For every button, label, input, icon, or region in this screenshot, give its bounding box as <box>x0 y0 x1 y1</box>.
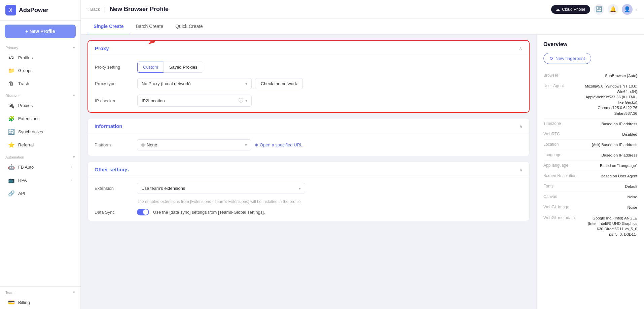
sidebar-item-extensions[interactable]: 🧩 Extensions <box>3 112 78 125</box>
form-content: Proxy ∧ Proxy setting Custom Saved Proxi… <box>81 35 536 227</box>
ip-checker-value: IP2Location <box>142 98 165 103</box>
sidebar-item-synchronizer[interactable]: 🔄 Synchronizer <box>3 126 78 138</box>
sidebar-item-trash[interactable]: 🗑 Trash <box>3 77 78 90</box>
api-icon: 🔗 <box>8 190 15 197</box>
sidebar-item-referral[interactable]: ⭐ Referral <box>3 139 78 151</box>
cloud-phone-button[interactable]: ☁ Cloud Phone <box>551 5 590 14</box>
app-name: AdsPower <box>19 7 48 14</box>
overview-row-label: Timezone <box>543 121 584 127</box>
proxy-type-dropdown-icon: ▾ <box>245 81 247 86</box>
rpa-arrow: › <box>71 178 72 182</box>
open-url-label: Open a specified URL <box>260 142 302 147</box>
other-settings-header[interactable]: Other settings ∧ <box>88 162 529 177</box>
overview-panel: Overview ⟳ New fingerprint BrowserSunBro… <box>536 35 644 309</box>
trash-icon: 🗑 <box>8 80 15 87</box>
other-settings-title: Other settings <box>95 167 129 172</box>
plus-icon: ⊕ <box>255 142 258 147</box>
extension-hint: The enabled extensions from [Extensions … <box>95 199 523 204</box>
proxy-setting-group: Custom Saved Proxies <box>137 62 203 73</box>
avatar-icon[interactable]: 👤 <box>622 4 633 15</box>
sidebar-logo: X AdsPower <box>0 0 80 21</box>
extension-select[interactable]: Use team's extensions ▾ <box>137 183 305 194</box>
overview-row-label: Fonts <box>543 184 584 189</box>
proxy-setting-row: Proxy setting Custom Saved Proxies <box>95 62 522 73</box>
proxy-section-header[interactable]: Proxy ∧ <box>88 41 529 56</box>
sidebar-bottom: Team ▾ 💳 Billing <box>0 286 80 309</box>
referral-icon: ⭐ <box>8 142 15 148</box>
sidebar-item-groups[interactable]: 📁 Groups <box>3 64 78 77</box>
bell-icon[interactable]: 🔔 <box>608 4 618 15</box>
new-fingerprint-button[interactable]: ⟳ New fingerprint <box>543 53 591 64</box>
proxy-section: Proxy ∧ Proxy setting Custom Saved Proxi… <box>87 40 530 113</box>
overview-row-value: [Ask] Based on IP address <box>592 142 637 147</box>
ip-checker-dropdown-icon: ▾ <box>245 98 247 103</box>
fb-auto-arrow: › <box>71 165 72 169</box>
overview-row-value: Mozilla/5.0 (Windows NT 10.0; Win64; x64… <box>584 83 637 116</box>
ip-checker-row: IP checker IP2Location ⓘ ▾ <box>95 95 522 107</box>
sidebar-item-profiles[interactable]: 🗂 Profiles <box>3 52 78 64</box>
groups-icon: 📁 <box>8 67 15 74</box>
fingerprint-icon: ⟳ <box>550 56 553 61</box>
overview-row: WebGL metadataGoogle Inc. (Intel) ANGLE … <box>543 213 637 239</box>
ip-checker-select[interactable]: IP2Location ⓘ ▾ <box>137 95 252 107</box>
profiles-label: Profiles <box>18 55 33 60</box>
profiles-icon: 🗂 <box>8 55 15 61</box>
extension-dropdown-icon: ▾ <box>299 186 301 191</box>
overview-row-label: WebRTC <box>543 132 584 137</box>
overview-row-label: User-Agent <box>543 83 584 116</box>
section-team: Team ▾ <box>0 287 80 296</box>
data-sync-text: Use the [data sync] settings from [Teams… <box>153 210 265 215</box>
proxy-type-input-group: No Proxy (Local network) ▾ Check the net… <box>137 78 522 89</box>
overview-row: App languageBased on "Language" <box>543 161 637 171</box>
sidebar-item-proxies[interactable]: 🔌 Proxies <box>3 99 78 112</box>
custom-proxy-button[interactable]: Custom <box>137 62 164 73</box>
information-chevron-icon: ∧ <box>519 124 523 129</box>
api-label: API <box>18 191 25 196</box>
tab-single-create[interactable]: Single Create <box>87 19 130 34</box>
data-sync-toggle[interactable] <box>137 209 149 215</box>
sidebar: X AdsPower + New Profile Primary ▾ 🗂 Pro… <box>0 0 81 309</box>
platform-dot-icon <box>141 143 145 147</box>
section-automation: Automation ▾ <box>0 151 80 161</box>
overview-row-value: SunBrowser [Auto] <box>605 73 637 78</box>
tab-batch-create[interactable]: Batch Create <box>130 19 169 34</box>
sidebar-item-rpa[interactable]: 📺 RPA › <box>3 174 78 186</box>
tabs-bar: Single Create Batch Create Quick Create <box>81 19 644 35</box>
rpa-icon: 📺 <box>8 177 15 183</box>
tab-quick-create[interactable]: Quick Create <box>169 19 209 34</box>
overview-row-label: Location <box>543 142 584 147</box>
platform-value: None <box>147 142 157 147</box>
refresh-icon[interactable]: 🔄 <box>594 4 604 15</box>
new-profile-button[interactable]: + New Profile <box>5 25 76 38</box>
expand-icon[interactable]: › <box>636 7 637 12</box>
topbar-divider: | <box>104 6 106 13</box>
back-button[interactable]: ‹ Back <box>87 7 100 12</box>
proxy-type-select[interactable]: No Proxy (Local network) ▾ <box>137 78 252 89</box>
sidebar-item-billing[interactable]: 💳 Billing <box>3 296 78 309</box>
billing-icon: 💳 <box>8 299 15 306</box>
overview-row-value: Disabled <box>622 132 637 137</box>
check-network-button[interactable]: Check the network <box>255 78 303 89</box>
open-url-button[interactable]: ⊕ Open a specified URL <box>255 142 302 147</box>
topbar: ‹ Back | New Browser Profile ☁ Cloud Pho… <box>81 0 644 19</box>
overview-row-value: Noise <box>628 205 637 210</box>
synchronizer-icon: 🔄 <box>8 129 15 135</box>
platform-select[interactable]: None ▾ <box>137 139 251 150</box>
overview-row-label: Language <box>543 152 584 158</box>
back-arrow-icon: ‹ <box>87 7 89 12</box>
overview-row-value: Google Inc. (Intel) ANGLE (Intel, Intel(… <box>584 215 637 237</box>
overview-row-value: Based on User Agent <box>601 173 637 179</box>
overview-row: User-AgentMozilla/5.0 (Windows NT 10.0; … <box>543 81 637 119</box>
section-primary: Primary ▾ <box>0 42 80 51</box>
information-section-header[interactable]: Information ∧ <box>88 118 529 134</box>
ip-checker-label: IP checker <box>95 98 132 103</box>
back-label: Back <box>90 7 100 12</box>
sidebar-item-fb-auto[interactable]: 🤖 FB Auto › <box>3 161 78 173</box>
overview-row: WebGL ImageNoise <box>543 202 637 213</box>
new-fingerprint-label: New fingerprint <box>556 56 585 61</box>
sidebar-item-api[interactable]: 🔗 API <box>3 187 78 200</box>
proxy-type-value: No Proxy (Local network) <box>142 81 191 86</box>
section-discover: Discover ▾ <box>0 90 80 99</box>
saved-proxies-button[interactable]: Saved Proxies <box>164 62 203 73</box>
overview-row: BrowserSunBrowser [Auto] <box>543 71 637 81</box>
